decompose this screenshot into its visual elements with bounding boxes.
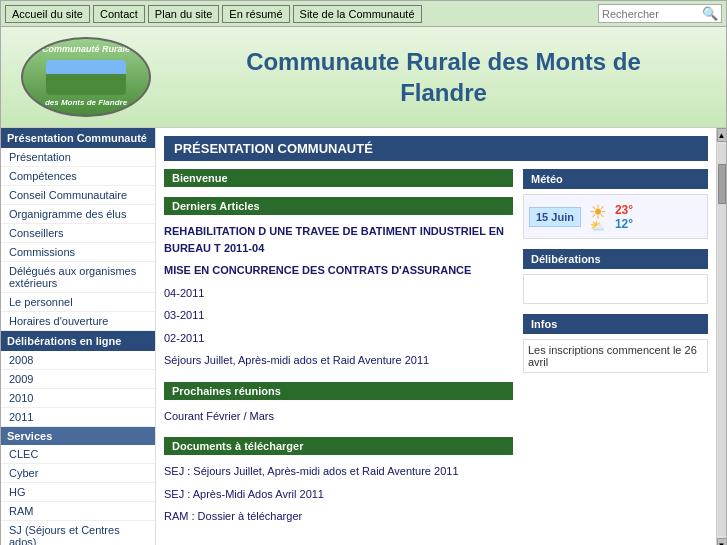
nav-resume[interactable]: En résumé xyxy=(222,5,289,23)
documents-header: Documents à télécharger xyxy=(164,437,513,455)
sidebar-item-conseil[interactable]: Conseil Communautaire xyxy=(1,186,155,205)
article-4[interactable]: 03-2011 xyxy=(164,304,513,327)
sidebar-item-organigramme[interactable]: Organigramme des élus xyxy=(1,205,155,224)
article-5[interactable]: 02-2011 xyxy=(164,327,513,350)
temp-high: 23° xyxy=(615,203,633,217)
sidebar-services-header: Services xyxy=(1,427,155,445)
weather-temps: 23° 12° xyxy=(615,203,633,231)
sidebar-item-sj[interactable]: SJ (Séjours et Centres ados) xyxy=(1,521,155,545)
meteo-header: Météo xyxy=(523,169,708,189)
nav-plan[interactable]: Plan du site xyxy=(148,5,219,23)
vertical-scrollbar: ▲ ▼ xyxy=(716,128,726,545)
article-3[interactable]: 04-2011 xyxy=(164,282,513,305)
sidebar-item-horaires[interactable]: Horaires d'ouverture xyxy=(1,312,155,331)
content-right: Météo 15 Juin ☀ ⛅ 23° 12° xyxy=(523,169,708,538)
sidebar-item-clec[interactable]: CLEC xyxy=(1,445,155,464)
search-icon[interactable]: 🔍 xyxy=(702,6,718,21)
article-6[interactable]: Séjours Juillet, Après-midi ados et Raid… xyxy=(164,349,513,372)
logo-text-top: Communauté Rurale xyxy=(23,44,149,54)
derniers-articles-header: Derniers Articles xyxy=(164,197,513,215)
nav-accueil[interactable]: Accueil du site xyxy=(5,5,90,23)
logo-area: Communauté Rurale des Monts de Flandre xyxy=(21,37,181,117)
infos-section: Infos Les inscriptions commencent le 26 … xyxy=(523,314,708,373)
document-2[interactable]: SEJ : Après-Midi Ados Avril 2011 xyxy=(164,483,513,506)
sidebar-deliberations-header: Délibérations en ligne xyxy=(1,331,155,351)
sidebar-item-2008[interactable]: 2008 xyxy=(1,351,155,370)
sidebar-item-delegues[interactable]: Délégués aux organismes extérieurs xyxy=(1,262,155,293)
derniers-articles-section: Derniers Articles REHABILITATION D UNE T… xyxy=(164,197,513,372)
scroll-down-button[interactable]: ▼ xyxy=(717,538,727,545)
sidebar-item-cyber[interactable]: Cyber xyxy=(1,464,155,483)
deliberations-content xyxy=(523,274,708,304)
article-2[interactable]: MISE EN CONCURRENCE DES CONTRATS D'ASSUR… xyxy=(164,259,513,282)
sidebar-main-header: Présentation Communauté xyxy=(1,128,155,148)
deliberations-section: Délibérations xyxy=(523,249,708,304)
scroll-track[interactable] xyxy=(718,144,726,536)
meteo-section: Météo 15 Juin ☀ ⛅ 23° 12° xyxy=(523,169,708,239)
top-navigation: Accueil du site Contact Plan du site En … xyxy=(1,1,726,27)
page-header: Communauté Rurale des Monts de Flandre C… xyxy=(1,27,726,127)
document-1[interactable]: SEJ : Séjours Juillet, Après-midi ados e… xyxy=(164,460,513,483)
sidebar-item-commissions[interactable]: Commissions xyxy=(1,243,155,262)
sidebar-item-conseillers[interactable]: Conseillers xyxy=(1,224,155,243)
sidebar-item-2011[interactable]: 2011 xyxy=(1,408,155,427)
weather-icon-area: ☀ ⛅ xyxy=(589,200,607,233)
bienvenue-header: Bienvenue xyxy=(164,169,513,187)
cloud-icon: ⛅ xyxy=(590,219,605,233)
infos-header: Infos xyxy=(523,314,708,334)
prochaines-header: Prochaines réunions xyxy=(164,382,513,400)
document-3[interactable]: RAM : Dossier à télécharger xyxy=(164,505,513,528)
content-left: Bienvenue Derniers Articles REHABILITATI… xyxy=(164,169,513,538)
sidebar-item-competences[interactable]: Compétences xyxy=(1,167,155,186)
weather-widget: 15 Juin ☀ ⛅ 23° 12° xyxy=(523,194,708,239)
scroll-up-button[interactable]: ▲ xyxy=(717,128,727,142)
weather-date: 15 Juin xyxy=(529,207,581,227)
prochaines-text: Courant Février / Mars xyxy=(164,405,513,428)
sidebar: Présentation Communauté Présentation Com… xyxy=(1,128,156,545)
sidebar-item-ram[interactable]: RAM xyxy=(1,502,155,521)
content-title: PRÉSENTATION COMMUNAUTÉ xyxy=(164,136,708,161)
nav-communaute[interactable]: Site de la Communauté xyxy=(293,5,422,23)
nav-contact[interactable]: Contact xyxy=(93,5,145,23)
sidebar-item-2010[interactable]: 2010 xyxy=(1,389,155,408)
temp-low: 12° xyxy=(615,217,633,231)
documents-section: Documents à télécharger SEJ : Séjours Ju… xyxy=(164,437,513,528)
logo-text-bottom: des Monts de Flandre xyxy=(23,98,149,107)
site-title: Communaute Rurale des Monts de Flandre xyxy=(181,46,706,108)
article-1[interactable]: REHABILITATION D UNE TRAVEE DE BATIMENT … xyxy=(164,220,513,259)
search-box: 🔍 xyxy=(598,4,722,23)
scroll-thumb[interactable] xyxy=(718,164,726,204)
content-columns: Bienvenue Derniers Articles REHABILITATI… xyxy=(164,169,708,538)
sidebar-item-personnel[interactable]: Le personnel xyxy=(1,293,155,312)
search-input[interactable] xyxy=(602,8,702,20)
sidebar-item-presentation[interactable]: Présentation xyxy=(1,148,155,167)
sidebar-item-hg[interactable]: HG xyxy=(1,483,155,502)
logo-landscape-image xyxy=(46,60,126,95)
main-layout: Présentation Communauté Présentation Com… xyxy=(1,127,726,545)
prochaines-section: Prochaines réunions Courant Février / Ma… xyxy=(164,382,513,428)
sidebar-item-2009[interactable]: 2009 xyxy=(1,370,155,389)
main-content: PRÉSENTATION COMMUNAUTÉ Bienvenue Dernie… xyxy=(156,128,716,545)
deliberations-header: Délibérations xyxy=(523,249,708,269)
infos-text: Les inscriptions commencent le 26 avril xyxy=(523,339,708,373)
bienvenue-section: Bienvenue xyxy=(164,169,513,187)
logo-circle: Communauté Rurale des Monts de Flandre xyxy=(21,37,151,117)
